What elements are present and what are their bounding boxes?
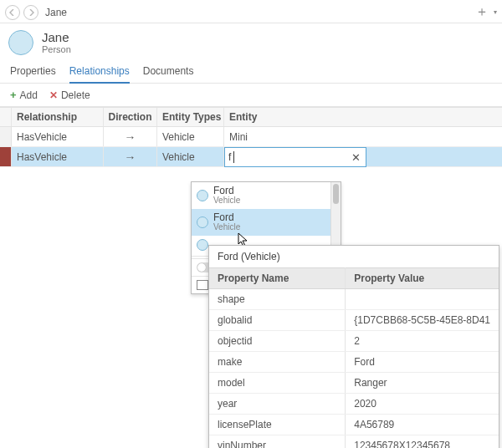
suggestion-item[interactable]: Ford Vehicle [192, 209, 330, 236]
cell-direction: → [104, 127, 157, 146]
property-row: vinNumber12345678X12345678 [209, 435, 499, 449]
property-row: licensePlate4A56789 [209, 415, 499, 435]
delete-button-label: Delete [61, 89, 90, 101]
cell-entity-type: Vehicle [157, 127, 224, 146]
col-property-name: Property Name [209, 268, 346, 289]
clear-input-button[interactable]: ✕ [346, 151, 366, 164]
property-row: makeFord [209, 352, 499, 373]
table-row[interactable]: HasVehicle → Vehicle ✕ [0, 147, 502, 167]
relationships-toolbar: + Add ✕ Delete [0, 84, 502, 107]
table-row[interactable]: HasVehicle → Vehicle Mini [0, 127, 502, 147]
suggestion-item[interactable]: Ford Vehicle [192, 182, 330, 209]
entity-symbol-icon [8, 30, 33, 55]
col-property-value: Property Value [346, 268, 499, 289]
top-bar: Jane ＋ ▾ [0, 0, 502, 23]
x-icon: ✕ [49, 89, 58, 101]
suggestion-type: Vehicle [213, 196, 240, 206]
row-handle[interactable] [0, 127, 12, 146]
cell-relationship: HasVehicle [12, 147, 104, 166]
property-table: Property Name Property Value shape globa… [209, 267, 499, 448]
cell-direction: → [104, 147, 157, 166]
col-direction[interactable]: Direction [104, 108, 157, 126]
property-row: globalid{1D7CBB68-5C5B-45E8-8D41 [209, 310, 499, 331]
col-entity[interactable]: Entity [224, 108, 366, 126]
entity-symbol-icon [197, 190, 208, 201]
row-handle[interactable] [0, 147, 12, 166]
entity-search-cell[interactable]: ✕ [224, 147, 366, 167]
entity-symbol-icon [197, 216, 208, 228]
tooltip-title: Ford (Vehicle) [209, 246, 499, 267]
nav-forward-button[interactable] [23, 5, 38, 20]
entity-tooltip-pane: Ford (Vehicle) Property Name Property Va… [208, 245, 499, 448]
suggestion-label: Ford [213, 186, 240, 196]
scrollbar-thumb[interactable] [333, 184, 339, 204]
entity-header: Jane Person [0, 23, 502, 59]
extent-icon[interactable] [197, 280, 208, 290]
property-row: modelRanger [209, 373, 499, 394]
direction-arrow-icon: → [125, 150, 136, 164]
direction-arrow-icon: → [125, 130, 136, 144]
add-button[interactable]: + Add [10, 89, 38, 101]
col-relationship[interactable]: Relationship [12, 108, 104, 126]
entity-type: Person [42, 44, 71, 54]
suggestion-type: Vehicle [213, 222, 240, 232]
suggestion-label: Ford [213, 212, 240, 222]
col-entity-types[interactable]: Entity Types [157, 108, 224, 126]
cell-relationship: HasVehicle [12, 127, 104, 146]
text-caret-icon [233, 151, 234, 163]
property-row: objectid2 [209, 331, 499, 352]
property-row: year2020 [209, 394, 499, 415]
entity-title: Jane [42, 31, 71, 45]
breadcrumb[interactable]: Jane [45, 7, 67, 18]
nav-back-button[interactable] [5, 5, 20, 20]
cell-entity[interactable]: Mini [224, 127, 366, 146]
tab-documents[interactable]: Documents [143, 62, 194, 83]
delete-button[interactable]: ✕ Delete [49, 89, 90, 101]
tab-properties[interactable]: Properties [10, 62, 56, 83]
add-menu-caret-icon: ▾ [494, 8, 497, 16]
add-button-label: Add [20, 89, 38, 101]
grid-header: Relationship Direction Entity Types Enti… [0, 107, 502, 127]
entity-tabs: Properties Relationships Documents [0, 59, 502, 84]
property-row: shape [209, 289, 499, 310]
plus-icon: + [10, 89, 17, 101]
tab-relationships[interactable]: Relationships [69, 62, 130, 84]
add-menu-button[interactable]: ＋ [475, 3, 489, 21]
entity-symbol-icon [197, 239, 208, 251]
cell-entity-type: Vehicle [157, 147, 224, 166]
